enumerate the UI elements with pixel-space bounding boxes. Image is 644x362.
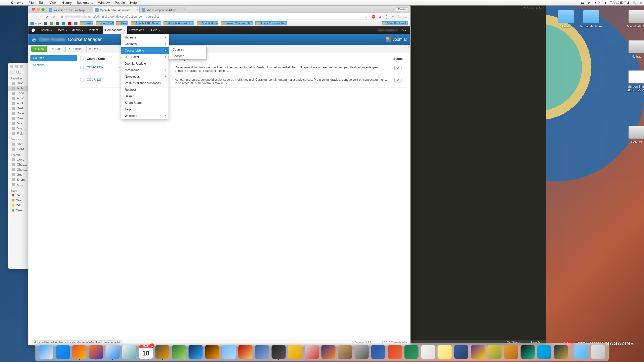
dock-app-terminal[interactable] [272, 345, 286, 359]
dropbox-icon[interactable]: ⬓ [579, 1, 586, 5]
dock-app-chrome[interactable] [72, 345, 87, 359]
dock-app-preview[interactable] [122, 345, 136, 359]
joomla-icon[interactable] [31, 28, 35, 32]
dropdown-item-joomla-update[interactable]: Joomla! Update [121, 60, 169, 67]
joomla-nav-system[interactable]: System▼ [37, 26, 55, 34]
finder-minimize[interactable] [15, 65, 18, 68]
clock[interactable]: Tue 12:51 PM [608, 1, 631, 5]
tab-close-icon[interactable]: × [90, 8, 91, 11]
bookmark-item[interactable]: Work Stuff [96, 21, 114, 25]
finder-back[interactable]: < [10, 70, 15, 74]
forward-button[interactable]: → [37, 15, 43, 19]
dock-app-notes[interactable] [438, 345, 452, 359]
dock-app-calendar[interactable]: MAR101 [139, 345, 153, 359]
course-listing-submenu[interactable]: CoursesSections [169, 46, 207, 60]
dropdown-item-weblinks[interactable]: Weblinks▶ [121, 113, 169, 119]
dock-app-lol[interactable] [554, 345, 568, 359]
dropdown-item-post-installation-messages[interactable]: Post-installation Messages [121, 80, 169, 86]
unpublish-button[interactable]: ⊘Unp… [86, 46, 104, 52]
dock-app-finder[interactable] [39, 345, 53, 359]
bookmark-item[interactable]: Google Fonts [197, 21, 218, 25]
dropdown-item-jce-editor[interactable]: JCE Editor▶ [121, 54, 169, 60]
dock-app-powerpoint[interactable] [388, 345, 402, 359]
chrome-minimize[interactable] [37, 8, 40, 11]
dock-app-skype[interactable] [537, 345, 551, 359]
browser-tab[interactable]: MVC Component Admin M…× [139, 7, 187, 13]
bm-fb[interactable] [44, 22, 47, 25]
mac-menu-file[interactable]: File [26, 1, 36, 5]
dropdown-item-contacts[interactable]: Contacts▶ [121, 41, 169, 47]
dock-downloads[interactable] [574, 345, 588, 359]
dock-app-textedit[interactable] [421, 345, 435, 359]
desktop-macintosh-hd[interactable]: Macintosh HD [621, 10, 644, 28]
dock-app-activity[interactable] [521, 345, 535, 359]
dock-app-imovie-lib[interactable] [454, 345, 468, 359]
finder-zoom[interactable] [20, 65, 23, 68]
dock-app-spark[interactable] [504, 345, 518, 359]
desktop-virtual-machines[interactable]: Virtual Machines [576, 10, 606, 28]
course-code-link[interactable]: COMP 1337 [87, 66, 103, 69]
joomla-nav-menus[interactable]: Menus▼ [69, 26, 86, 34]
dock-app-sequelpro[interactable] [288, 345, 302, 359]
new-button[interactable]: ＋New [31, 46, 47, 52]
bm-yt[interactable] [68, 22, 71, 25]
dock-trash[interactable] [591, 345, 605, 359]
bookmark-item[interactable]: Google Hosted Lib… [164, 21, 194, 25]
joomla-nav-components[interactable]: Components▼ [103, 26, 127, 34]
chrome-user-button[interactable]: Dustin [396, 7, 408, 11]
reload-button[interactable]: ⟳ [45, 15, 50, 19]
back-button[interactable]: ← [30, 15, 35, 19]
chrome-zoom[interactable] [42, 8, 45, 11]
home-button[interactable]: ⌂ [52, 15, 57, 19]
chrome-window[interactable]: Welcome to the Frontpag…×Open Acadia - A… [28, 6, 411, 345]
publish-button[interactable]: ✔Publish [65, 46, 84, 52]
dock-app-3d[interactable] [222, 345, 236, 359]
mac-menu-window[interactable]: Window [96, 1, 112, 5]
dock-app-mamp[interactable] [355, 345, 369, 359]
dropdown-item-redirect[interactable]: Redirect [121, 86, 169, 93]
bookmark-item[interactable]: Shape 5 Joomla Te… [255, 21, 287, 25]
bm-a[interactable] [50, 22, 53, 25]
dock-app-imovie[interactable] [471, 345, 485, 359]
omnibox[interactable]: 🗎 aiur.acadiau.ca/j omla/administrator/i… [59, 14, 369, 19]
dock-app-gimp[interactable] [338, 345, 352, 359]
spotlight-icon[interactable]: 🔍 [631, 1, 638, 5]
dropdown-item-search[interactable]: Search [121, 93, 169, 100]
dock-app-sublime[interactable] [155, 345, 170, 359]
dropdown-item-newsfeeds[interactable]: Newsfeeds▶ [121, 73, 169, 80]
dock-app-photoshop[interactable] [189, 345, 203, 359]
dock-app-app-store[interactable] [56, 345, 70, 359]
th-status[interactable]: Status [389, 55, 407, 63]
row-checkbox[interactable] [80, 66, 84, 69]
submenu-item-sections[interactable]: Sections [169, 53, 206, 59]
components-dropdown[interactable]: Banners▶Contacts▶Course Listing▶JCE Edit… [121, 34, 169, 119]
bookmark-item[interactable]: Learn - The Web St… [221, 21, 253, 25]
bookmark-item[interactable]: hax0rs [80, 21, 93, 25]
app-menu[interactable]: Chrome [9, 1, 26, 5]
dropdown-item-smart-search[interactable]: Smart Search [121, 100, 169, 106]
bm-other[interactable]: Other Bookmarks [382, 21, 408, 25]
dropdown-item-tags[interactable]: Tags [121, 106, 169, 113]
th-code[interactable]: Course Code [85, 55, 118, 63]
submenu-item-courses[interactable]: Courses [169, 46, 206, 53]
bm-b[interactable] [56, 22, 59, 25]
dropdown-item-messaging[interactable]: Messaging▶ [121, 67, 169, 73]
dock-app-excel[interactable] [405, 345, 419, 359]
dock-app-safari[interactable] [106, 345, 120, 359]
mac-menu-help[interactable]: Help [128, 1, 139, 5]
mac-menu-bookmarks[interactable]: Bookmarks [74, 1, 96, 5]
extension-circle-icon[interactable]: ◯ [384, 15, 389, 19]
edit-button[interactable]: ✎Edit [49, 46, 63, 52]
sidebar-item-courses[interactable]: Courses [30, 55, 77, 61]
extension-u-icon[interactable]: ⛶ [397, 15, 402, 19]
joomla-nav-extensions[interactable]: Extensions▼ [127, 26, 149, 34]
dock-app-dreamweaver[interactable] [172, 345, 186, 359]
mac-menu-history[interactable]: History [59, 1, 74, 5]
dock-app-audacity[interactable] [321, 345, 336, 359]
timemachine-icon[interactable]: ◔ [592, 1, 598, 5]
finder-fwd[interactable]: > [16, 70, 21, 74]
bookmark-star-icon[interactable]: ☆ [365, 15, 367, 18]
dock-app-pineapple[interactable] [488, 345, 502, 359]
bm-c[interactable] [62, 22, 65, 25]
status-toggle[interactable]: ✔ [394, 66, 401, 70]
